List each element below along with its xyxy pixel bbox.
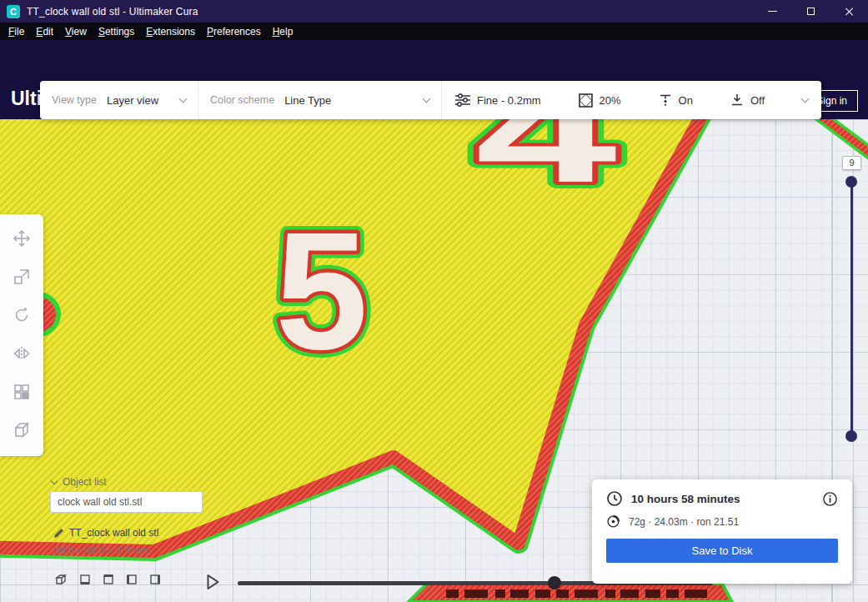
layer-number-badge: 9 [842, 156, 861, 170]
clock-icon [606, 490, 623, 507]
play-button[interactable] [205, 574, 220, 594]
support-blocker-button[interactable] [2, 411, 42, 449]
layer-slider-lower-handle[interactable] [845, 430, 857, 442]
material-spool-icon [606, 514, 620, 529]
menu-edit[interactable]: Edit [30, 24, 59, 39]
rotate-icon [13, 306, 31, 324]
rotate-tool-button[interactable] [2, 296, 42, 334]
support-icon [659, 93, 672, 107]
pencil-icon [53, 528, 64, 539]
support-value: On [679, 94, 693, 107]
move-tool-button[interactable] [2, 219, 42, 258]
profile-value: Fine - 0.2mm [477, 94, 541, 107]
model-dimensions: 199.8 x 199.8 x 10.0 mm [52, 545, 148, 555]
mirror-tool-button[interactable] [2, 334, 42, 373]
window-controls [753, 0, 868, 23]
chevron-down-icon [179, 94, 188, 103]
print-time: 10 hours 58 minutes [631, 493, 814, 505]
menubar: File Edit View Settings Extensions Prefe… [0, 23, 868, 40]
chevron-down-icon [423, 94, 431, 103]
view-front-icon[interactable] [78, 573, 92, 586]
support-blocker-icon [13, 421, 31, 439]
view-presets [53, 573, 162, 586]
model-arm [817, 119, 868, 158]
move-icon [13, 229, 31, 248]
close-button[interactable] [830, 0, 868, 23]
left-tool-panel [0, 214, 43, 456]
maximize-button[interactable] [791, 0, 830, 23]
chevron-down-icon [801, 94, 810, 103]
adhesion-value: Off [750, 94, 765, 107]
adhesion-icon [730, 93, 744, 107]
save-to-disk-button[interactable]: Save to Disk [606, 539, 838, 563]
infill-icon [579, 93, 593, 108]
profile-icon [455, 93, 470, 107]
layer-slider-upper-handle[interactable] [845, 176, 857, 188]
view-right-icon[interactable] [148, 573, 162, 586]
model-bottom-band [409, 584, 732, 602]
infill-value: 20% [600, 94, 621, 107]
cura-logo: C [7, 5, 20, 18]
menu-settings[interactable]: Settings [93, 24, 140, 39]
material-usage: 72g · 24.03m · ron 21.51 [629, 516, 739, 528]
view-type-dropdown[interactable]: View type Layer view [40, 81, 198, 119]
print-summary-card: 10 hours 58 minutes 72g · 24.03m · ron 2… [592, 479, 852, 584]
model-number-4: 4 [475, 119, 617, 213]
close-icon [845, 7, 854, 16]
per-model-settings-button[interactable] [2, 373, 42, 411]
view-3d-icon[interactable] [53, 573, 68, 586]
path-timeline-handle[interactable] [548, 576, 561, 589]
minimize-icon [768, 11, 777, 12]
object-list-toggle[interactable]: Object list [52, 476, 107, 488]
color-scheme-label: Color scheme [210, 94, 274, 106]
color-scheme-dropdown[interactable]: Color scheme Line Type [198, 81, 442, 119]
scale-tool-button[interactable] [2, 258, 42, 296]
titlebar[interactable]: C TT_clock wall old stl - Ultimaker Cura [0, 0, 868, 23]
model-number-5: 5 [275, 198, 368, 384]
minimize-button[interactable] [753, 0, 791, 23]
mirror-icon [13, 344, 31, 363]
view-top-icon[interactable] [102, 573, 115, 586]
object-list-title: Object list [63, 476, 107, 488]
color-scheme-value: Line Type [284, 94, 331, 107]
object-file-field[interactable] [50, 491, 203, 513]
layer-slider-track[interactable] [850, 179, 853, 436]
per-model-settings-icon [13, 383, 31, 401]
model-name: TT_clock wall old stl [69, 527, 158, 539]
menu-help[interactable]: Help [267, 24, 299, 39]
menu-view[interactable]: View [59, 24, 93, 39]
menu-file[interactable]: File [3, 24, 30, 39]
menu-preferences[interactable]: Preferences [201, 24, 267, 39]
view-left-icon[interactable] [125, 573, 138, 586]
menu-extensions[interactable]: Extensions [140, 24, 201, 39]
view-type-label: View type [52, 94, 97, 106]
view-type-value: Layer view [107, 94, 158, 107]
print-settings-panel-button[interactable]: Fine - 0.2mm 20% On Off [442, 81, 821, 119]
play-icon [205, 574, 220, 590]
maximize-icon [807, 8, 815, 15]
view-options-toolbar: View type Layer view Color scheme Line T… [40, 81, 821, 119]
3d-viewport[interactable]: 5 5 4 4 [0, 119, 868, 602]
model-name-row[interactable]: TT_clock wall old stl [53, 527, 158, 539]
window-title: TT_clock wall old stl - Ultimaker Cura [27, 6, 198, 18]
scale-icon [13, 268, 31, 286]
object-list-chevron-icon [51, 477, 58, 484]
info-icon[interactable] [822, 491, 838, 507]
